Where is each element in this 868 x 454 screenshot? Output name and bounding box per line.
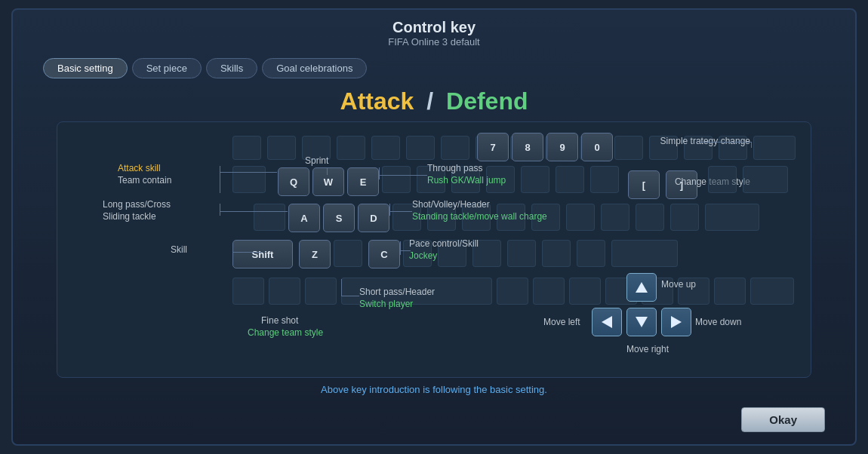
key-q: Q [278, 167, 309, 196]
main-container: Control key FIFA Online 3 default Basic … [11, 8, 857, 446]
key-lb: [ [628, 170, 660, 199]
tab-goal-celebrations[interactable]: Goal celebrations [262, 58, 367, 78]
label-rush-gk: Rush GK/Wall jump [427, 175, 506, 186]
key-shift: Shift [232, 240, 293, 268]
attack-label: Attack [340, 87, 414, 115]
key-right [661, 308, 691, 336]
key-w: W [312, 167, 344, 196]
label-jockey: Jockey [409, 250, 437, 261]
key-s: S [323, 204, 355, 232]
key-0: 0 [581, 133, 613, 161]
tab-skills[interactable]: Skills [206, 58, 257, 78]
key-d: D [358, 204, 389, 232]
svg-marker-2 [636, 317, 648, 327]
label-standing-tackle: Standing tackle/move wall charge [412, 211, 547, 222]
key-z: Z [299, 240, 331, 268]
label-move-up: Move up [661, 279, 696, 290]
svg-marker-1 [602, 316, 612, 328]
note-text: Above key introduction is following the … [321, 384, 547, 395]
key-8: 8 [512, 133, 543, 161]
tab-set-piece[interactable]: Set piece [132, 58, 202, 78]
header-subtitle: FIFA Online 3 default [388, 36, 479, 48]
attack-defend-title: Attack / Defend [340, 87, 528, 115]
label-simple-strategy: Simple trategy change [660, 136, 750, 146]
key-7: 7 [477, 133, 509, 161]
svg-marker-0 [636, 282, 648, 293]
keyboard-area: 7 8 9 0 Simple trategy change [ ] Change… [57, 121, 811, 378]
key-up [626, 273, 657, 302]
key-left [592, 308, 622, 336]
header-title: Control key [388, 19, 479, 36]
tab-basic-setting[interactable]: Basic setting [43, 58, 128, 78]
key-down [626, 308, 657, 336]
label-team-contain: Team contain [118, 175, 171, 186]
key-9: 9 [546, 133, 578, 161]
label-pace-control: Pace control/Skill [409, 238, 479, 249]
label-move-right: Move right [626, 344, 669, 354]
label-through-pass: Through pass [427, 163, 482, 173]
label-fine-shot: Fine shot [261, 315, 298, 326]
key-a: A [288, 204, 320, 232]
key-c: C [368, 240, 400, 268]
label-shot-volley: Shot/Volley/Header [412, 199, 490, 210]
tabs: Basic setting Set piece Skills Goal cele… [13, 58, 367, 78]
label-sprint: Sprint [305, 155, 328, 166]
label-switch-player: Switch player [359, 299, 413, 309]
defend-label: Defend [446, 87, 528, 115]
label-sliding-tackle: Sliding tackle [103, 211, 156, 222]
label-attack-skill: Attack skill [118, 163, 161, 173]
svg-marker-3 [671, 316, 682, 328]
label-skill: Skill [171, 244, 187, 255]
label-long-pass: Long pass/Cross [103, 199, 171, 210]
label-move-left: Move left [543, 317, 580, 327]
key-e: E [347, 167, 379, 196]
okay-button[interactable]: Okay [741, 407, 825, 432]
label-short-pass: Short pass/Header [359, 287, 435, 297]
header: Control key FIFA Online 3 default [388, 10, 479, 52]
label-change-team-style: Change team style [248, 327, 323, 338]
label-move-down: Move down [695, 317, 741, 327]
slash: / [426, 87, 433, 115]
